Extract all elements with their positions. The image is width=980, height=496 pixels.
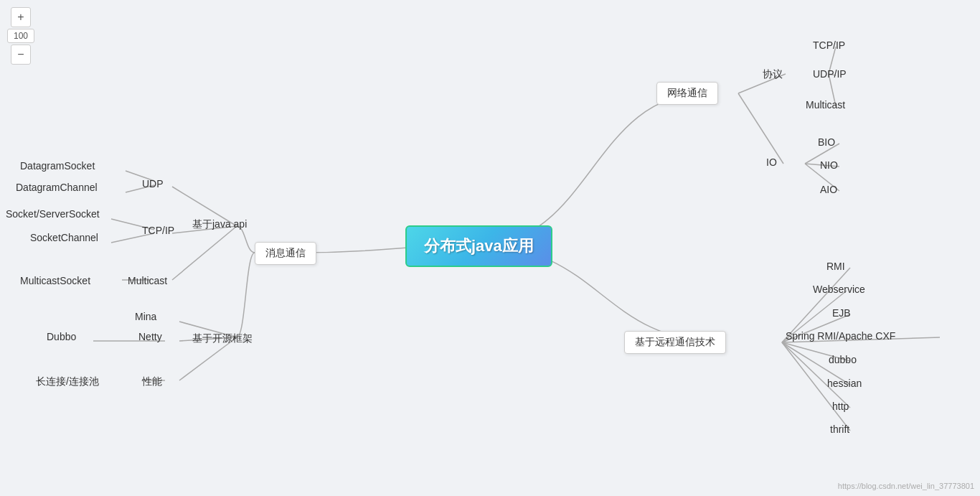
netty-node: Netty [138, 331, 162, 342]
framework-node: 基于开源框架 [192, 332, 253, 345]
aio-node: AIO [820, 184, 837, 195]
tcpip-right-node: TCP/IP [813, 39, 845, 51]
javapi-node: 基于java api [192, 218, 247, 231]
zoom-in-button[interactable]: + [11, 7, 31, 27]
bio-node: BIO [818, 136, 835, 148]
multicastsocket-node: MulticastSocket [20, 275, 90, 286]
hessian-node: hessian [827, 378, 862, 389]
nio-node: NIO [820, 159, 838, 171]
io-node: IO [766, 156, 777, 168]
proto-node: 协议 [763, 68, 783, 81]
webservice-node: Webservice [813, 284, 865, 295]
datagramsocket-node: DatagramSocket [20, 160, 95, 172]
udpip-node: UDP/IP [813, 68, 847, 80]
datagramchannel-node: DatagramChannel [16, 182, 98, 193]
springrmi-node: Spring RMI/Apache CXF [786, 330, 895, 342]
svg-line-6 [172, 226, 237, 280]
dubbo-left-node: Dubbo [47, 331, 76, 342]
socket-node: Socket/ServerSocket [6, 208, 100, 220]
http-right-node: http [832, 401, 849, 412]
perf-node: 性能 [142, 375, 162, 388]
msg-branch[interactable]: 消息通信 [255, 242, 316, 265]
socketchannel-node: SocketChannel [30, 232, 98, 243]
remote-branch[interactable]: 基于远程通信技术 [624, 331, 726, 354]
mind-map-canvas: + 100 − 分布式java应用 消息通信 网络通信 基于远程通信技术 UDP… [0, 0, 980, 496]
thrift-node: thrift [830, 424, 849, 435]
dubbo-right-node: dubbo [829, 354, 857, 365]
ejb-node: EJB [832, 307, 851, 319]
longconn-node: 长连接/连接池 [36, 375, 99, 388]
multicast-left-node: Multicast [128, 275, 167, 286]
udp-node: UDP [142, 178, 164, 189]
multicast-right-node: Multicast [806, 99, 845, 111]
center-node[interactable]: 分布式java应用 [405, 225, 552, 267]
svg-line-27 [782, 342, 850, 408]
net-branch[interactable]: 网络通信 [656, 82, 718, 105]
svg-line-17 [738, 93, 783, 164]
zoom-out-button[interactable]: − [11, 45, 31, 65]
mina-node: Mina [135, 311, 156, 322]
watermark: https://blog.csdn.net/wei_lin_37773801 [838, 482, 974, 490]
tcpip-left-node: TCP/IP [142, 225, 174, 236]
rmi-node: RMI [826, 261, 845, 272]
zoom-level-display: 100 [7, 29, 34, 43]
zoom-controls: + 100 − [7, 7, 34, 65]
